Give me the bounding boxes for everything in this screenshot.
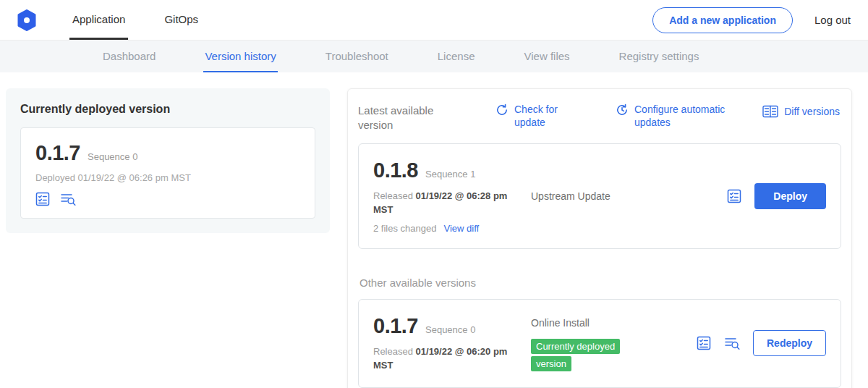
latest-source-label: Upstream Update	[531, 190, 715, 202]
other-available-versions-title: Other available versions	[359, 277, 840, 289]
currently-deployed-badge: Currently deployed version	[531, 339, 620, 372]
subnav-registry-settings-label: Registry settings	[619, 50, 699, 62]
subnav-item-dashboard[interactable]: Dashboard	[101, 41, 157, 72]
configure-automatic-updates-link[interactable]: Configure automatic updates	[616, 104, 732, 129]
latest-sequence: Sequence 1	[425, 169, 475, 180]
subnav: Dashboard Version history Troubleshoot L…	[0, 41, 868, 72]
deployed-version-row: 0.1.7 Sequence 0	[35, 141, 300, 165]
other-source-block: Online Install Currently deployed versio…	[531, 314, 685, 374]
subnav-troubleshoot-label: Troubleshoot	[326, 50, 388, 62]
configure-automatic-updates-label: Configure automatic updates	[634, 104, 732, 129]
other-release-info: 0.1.7 Sequence 0 Released 01/19/22 @ 06:…	[373, 314, 531, 373]
tab-application[interactable]: Application	[69, 0, 128, 40]
other-released-date: Released 01/19/22 @ 06:20 pm MST	[373, 345, 511, 373]
subnav-item-view-files[interactable]: View files	[522, 41, 571, 72]
other-sequence: Sequence 0	[425, 324, 475, 335]
released-label: Released	[373, 190, 413, 201]
subnav-item-registry-settings[interactable]: Registry settings	[618, 41, 701, 72]
currently-deployed-card: 0.1.7 Sequence 0 Deployed 01/19/22 @ 06:…	[20, 127, 315, 219]
other-release-actions: Redeploy	[697, 330, 826, 356]
redeploy-button[interactable]: Redeploy	[753, 330, 826, 356]
available-versions-panel: Latest available version Check for updat…	[347, 88, 852, 388]
latest-released-date: Released 01/19/22 @ 06:28 pm MST	[373, 190, 511, 217]
release-notes-icon[interactable]	[727, 189, 741, 203]
check-for-update-link[interactable]: Check for update	[495, 104, 565, 129]
subnav-item-license[interactable]: License	[436, 41, 477, 72]
add-application-button[interactable]: Add a new application	[652, 7, 793, 33]
logout-link[interactable]: Log out	[814, 14, 851, 26]
subnav-version-history-label: Version history	[205, 50, 276, 62]
deployed-date: Deployed 01/19/22 @ 06:26 pm MST	[35, 172, 300, 183]
diff-versions-link[interactable]: Diff versions	[762, 105, 840, 118]
tab-application-label: Application	[72, 13, 125, 25]
diff-versions-label: Diff versions	[784, 106, 840, 117]
diff-table-icon	[762, 105, 778, 118]
deployed-sequence: Sequence 0	[88, 151, 137, 162]
app-logo-hexagon-icon	[17, 9, 36, 31]
currently-deployed-title: Currently deployed version	[20, 103, 315, 116]
sync-clock-icon	[616, 104, 629, 117]
release-notes-icon[interactable]	[697, 336, 711, 350]
deploy-button[interactable]: Deploy	[754, 183, 826, 209]
subnav-item-troubleshoot[interactable]: Troubleshoot	[324, 41, 390, 72]
other-source-label: Online Install	[531, 317, 685, 329]
subnav-item-version-history[interactable]: Version history	[203, 41, 277, 72]
navbar-right: Add a new application Log out	[652, 0, 851, 40]
subnav-license-label: License	[438, 50, 475, 62]
subnav-view-files-label: View files	[524, 50, 569, 62]
top-navbar: Application GitOps Add a new application…	[0, 0, 868, 41]
preflight-results-icon[interactable]	[60, 192, 76, 206]
available-header: Latest available version Check for updat…	[358, 102, 841, 132]
app-logo[interactable]	[17, 9, 36, 31]
other-release-card: 0.1.7 Sequence 0 Released 01/19/22 @ 06:…	[358, 299, 841, 388]
latest-available-title: Latest available version	[358, 104, 445, 132]
subnav-dashboard-label: Dashboard	[103, 50, 156, 62]
preflight-results-icon[interactable]	[724, 336, 740, 350]
latest-files-row: 2 files changed View diff	[373, 223, 531, 234]
check-for-update-label: Check for update	[514, 104, 565, 129]
released-label: Released	[373, 346, 413, 357]
other-version-number: 0.1.7	[373, 314, 418, 338]
deployed-badge-wrap: Currently deployed version	[531, 337, 639, 374]
deployed-version-number: 0.1.7	[35, 141, 80, 165]
latest-release-info: 0.1.8 Sequence 1 Released 01/19/22 @ 06:…	[373, 159, 531, 234]
latest-release-actions: Deploy	[727, 183, 826, 209]
deployed-actions	[35, 192, 300, 206]
refresh-icon	[495, 104, 509, 117]
tab-gitops[interactable]: GitOps	[161, 0, 201, 40]
view-diff-link[interactable]: View diff	[443, 223, 479, 234]
main-content: Currently deployed version 0.1.7 Sequenc…	[0, 72, 868, 388]
latest-version-number: 0.1.8	[373, 159, 418, 182]
release-notes-icon[interactable]	[35, 192, 50, 206]
files-changed-label: 2 files changed	[373, 223, 436, 234]
currently-deployed-panel: Currently deployed version 0.1.7 Sequenc…	[6, 88, 330, 233]
latest-release-card: 0.1.8 Sequence 1 Released 01/19/22 @ 06:…	[358, 143, 841, 249]
tab-gitops-label: GitOps	[164, 13, 198, 25]
